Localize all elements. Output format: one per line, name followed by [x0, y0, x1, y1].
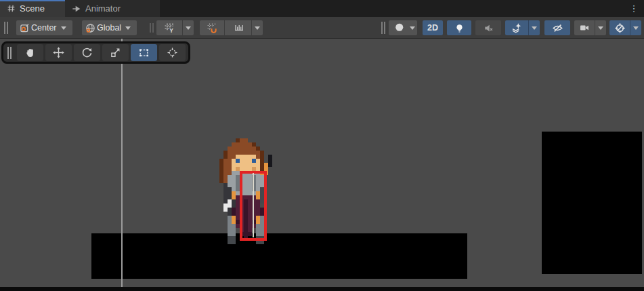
- snap-increment-dropdown[interactable]: [251, 20, 263, 35]
- orientation-mode-label: Global: [95, 23, 123, 33]
- tab-scene-label: Scene: [20, 3, 45, 14]
- rotate-tool[interactable]: [74, 44, 100, 61]
- tab-scene[interactable]: Scene: [0, 0, 65, 17]
- grid-axis-dropdown[interactable]: [182, 20, 194, 35]
- scene-camera-button-group: [574, 20, 606, 35]
- pivot-mode-button[interactable]: Center: [16, 20, 72, 35]
- grid-snap-magnet-button[interactable]: [200, 22, 224, 33]
- bottom-black-strip: [0, 287, 644, 291]
- audio-muted-icon: [484, 23, 494, 33]
- toolbar-separator: [150, 23, 154, 33]
- globe-icon: [85, 23, 95, 33]
- tools-overlay-drag-handle[interactable]: [7, 47, 12, 59]
- shading-mode-dropdown[interactable]: [408, 20, 417, 35]
- rect-icon: [138, 47, 150, 58]
- rect-tool[interactable]: [131, 44, 157, 61]
- scene-visibility-toggle[interactable]: [544, 20, 570, 35]
- grid-axis-button[interactable]: Y: [156, 22, 182, 33]
- shading-mode-button[interactable]: [389, 20, 417, 35]
- camera-dropdown[interactable]: [595, 20, 606, 35]
- window-more-menu-icon[interactable]: ⋮: [628, 0, 640, 17]
- view-2d-toggle[interactable]: 2D: [423, 20, 443, 35]
- chevron-down-icon: [633, 26, 639, 30]
- tab-animator-label: Animator: [85, 3, 121, 14]
- chevron-down-icon: [125, 26, 131, 30]
- selection-center-line: [253, 173, 254, 237]
- scale-icon: [110, 47, 121, 58]
- transform-tool[interactable]: [159, 44, 186, 61]
- move-arrows-icon: [53, 47, 64, 58]
- effects-button-group: [505, 20, 540, 35]
- tools-overlay: [1, 41, 190, 64]
- chevron-down-icon: [61, 26, 66, 30]
- shaded-sphere-icon: [389, 22, 408, 34]
- chevron-down-icon: [410, 26, 415, 30]
- tab-animator[interactable]: Animator: [65, 0, 160, 17]
- backdrop-rectangle[interactable]: [542, 132, 642, 274]
- world-guideline: [121, 39, 123, 287]
- effects-dropdown[interactable]: [528, 20, 540, 35]
- view-hand-tool[interactable]: [17, 44, 43, 61]
- chevron-down-icon: [186, 26, 191, 30]
- chevron-down-icon: [255, 26, 260, 30]
- view-2d-label: 2D: [427, 23, 438, 33]
- scale-tool[interactable]: [102, 44, 129, 61]
- transform-icon: [167, 47, 178, 58]
- gizmos-sphere-icon[interactable]: [609, 22, 630, 34]
- grid-icon: [7, 4, 16, 13]
- snap-increment-button-group: [227, 20, 263, 35]
- tab-bar: Scene Animator ⋮: [0, 0, 644, 17]
- rotate-icon: [81, 47, 93, 58]
- toolbar-drag-handle[interactable]: [4, 22, 9, 34]
- chevron-down-icon: [598, 26, 603, 30]
- eye-slash-icon: [552, 22, 563, 34]
- grid-axis-letter: Y: [169, 27, 173, 33]
- audio-toggle[interactable]: [475, 20, 501, 35]
- pivot-icon: [20, 23, 30, 33]
- scene-toolbar: Center Global Y: [0, 17, 644, 39]
- chevron-down-icon: [532, 26, 537, 30]
- gizmos-button-group: [609, 20, 641, 35]
- grid-axis-button-group: Y: [156, 20, 194, 35]
- lighting-toggle[interactable]: [447, 20, 471, 35]
- gizmos-dropdown[interactable]: [630, 20, 641, 35]
- scene-viewport[interactable]: [0, 39, 644, 291]
- animator-icon: [72, 4, 81, 14]
- pivot-mode-label: Center: [30, 23, 58, 33]
- snap-increment-button[interactable]: [227, 22, 251, 33]
- camera-icon[interactable]: [574, 22, 595, 33]
- hand-icon: [24, 47, 36, 58]
- light-bulb-icon: [454, 23, 465, 33]
- unity-scene-view-window: Scene Animator ⋮ Center: [0, 0, 644, 291]
- orientation-mode-button[interactable]: Global: [82, 20, 137, 35]
- move-tool[interactable]: [45, 44, 72, 61]
- ground-platform[interactable]: [91, 233, 467, 279]
- toolbar-right-drag-handle[interactable]: [381, 22, 386, 34]
- effects-star-icon[interactable]: [505, 22, 528, 33]
